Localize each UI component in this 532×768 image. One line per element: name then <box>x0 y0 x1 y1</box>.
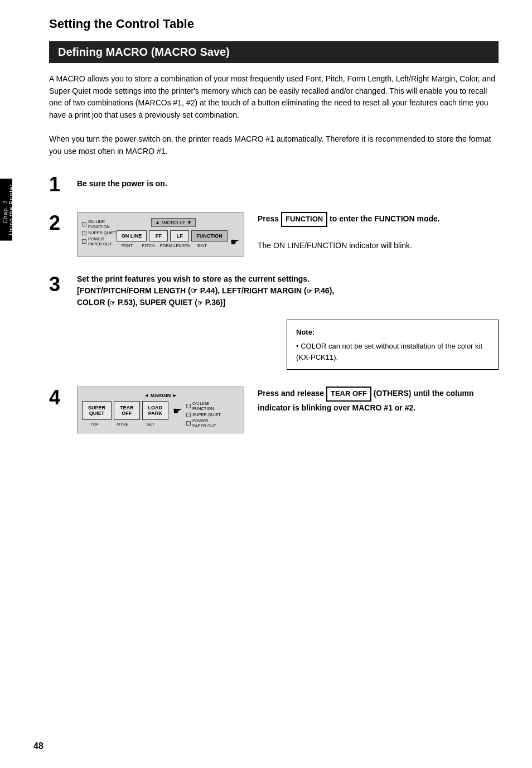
step-4-desc-text: Press and release TEAR OFF (OTHERS) unti… <box>258 387 499 414</box>
step-3-line2-prefix: [FONT/PITCH/FORM LENGTH ( <box>77 286 191 295</box>
step-2-cols: ON LINEFUNCTION SUPER QUIET POWERPAPER O… <box>77 212 499 257</box>
panel4-btn-loadpark[interactable]: LOADPARK <box>142 401 169 420</box>
step-3-ref1: ☞ P.44), <box>191 286 220 295</box>
step-2-number: 2 <box>49 213 77 233</box>
panel4-indicator-superquiet: SUPER QUIET <box>186 412 221 417</box>
panel2-label-font: FONT <box>118 243 137 248</box>
panel4-indicator-power: POWERPAPER OUT <box>186 418 221 428</box>
indicator-online-label: ON LINEFUNCTION <box>88 219 110 229</box>
step-3-line1: Set the print features you wish to store… <box>77 274 309 283</box>
indicator-box-online <box>82 222 86 226</box>
ref-icon-3: ☞ <box>110 300 115 306</box>
panel4-indicators: ON LINEFUNCTION SUPER QUIET POWERPAPER O… <box>186 401 221 428</box>
panel4-indicator-box-online <box>186 404 191 408</box>
step-4-content: ◄ MARGIN ► SUPERQUIET TEAROFF LOADPARK T… <box>77 387 499 433</box>
step-1-content: Be sure the power is on. <box>77 173 499 195</box>
panel4-btn-tearoff[interactable]: TEAROFF <box>114 401 140 420</box>
intro-paragraph-1: A MACRO allows you to store a combinatio… <box>49 73 499 122</box>
panel4-main: SUPERQUIET TEAROFF LOADPARK TOF OTHE SET <box>82 401 239 428</box>
panel2-buttons-row: ON LINE FF LF FUNCTION <box>117 230 230 241</box>
hand-cursor-4: ☛ <box>173 405 182 417</box>
panel2-indicators: ON LINEFUNCTION SUPER QUIET POWERPAPER O… <box>82 219 117 247</box>
ref-icon-2: ☞ <box>307 288 312 294</box>
panel4-label-set: SET <box>138 422 163 427</box>
panel2-btn-online[interactable]: ON LINE <box>117 230 147 241</box>
step-2: 2 ON LINEFUNCTION <box>49 212 499 257</box>
chap-label: Chap. 3 <box>2 189 8 235</box>
intro-text: A MACRO allows you to store a combinatio… <box>49 73 499 158</box>
step-2-desc-text: Press FUNCTION to enter the FUNCTION mod… <box>258 212 499 227</box>
step-3-text: Set the print features you wish to store… <box>77 273 499 308</box>
ref-icon-4: ☞ <box>197 300 203 306</box>
step-3-number: 3 <box>49 274 77 294</box>
step-2-panel: ON LINEFUNCTION SUPER QUIET POWERPAPER O… <box>77 212 244 257</box>
steps-container: 1 Be sure the power is on. 2 ON LINE <box>49 173 499 434</box>
step-1-text: Be sure the power is on. <box>77 178 499 190</box>
tear-off-button-label: TEAR OFF <box>326 387 371 402</box>
page-number: 48 <box>33 741 43 751</box>
hand-cursor-2: ☛ <box>230 236 239 248</box>
panel4-margin-label: ◄ MARGIN ► <box>82 393 239 398</box>
panel4-indicator-box-power <box>186 421 191 426</box>
step-3: 3 Set the print features you wish to sto… <box>49 273 499 370</box>
sidebar-label: Using the Printer <box>8 184 14 235</box>
step-4-description: Press and release TEAR OFF (OTHERS) unti… <box>258 387 499 414</box>
panel2-label-formlength: FORM LENGTH <box>160 243 191 248</box>
step-3-content: Set the print features you wish to store… <box>77 273 499 370</box>
panel4-label-tof: TOF <box>82 422 108 427</box>
panel2-label-exit: EXIT <box>192 243 211 248</box>
step-4-panel: ◄ MARGIN ► SUPERQUIET TEAROFF LOADPARK T… <box>77 387 244 433</box>
step-2-content: ON LINEFUNCTION SUPER QUIET POWERPAPER O… <box>77 212 499 257</box>
step-4-number: 4 <box>49 388 77 408</box>
intro-paragraph-2: When you turn the power switch on, the p… <box>49 133 499 157</box>
step-2-sub-text: The ON LINE/FUNCTION indicator will blin… <box>258 239 499 252</box>
panel2-label-pitch: PITCH <box>139 243 158 248</box>
note-item: COLOR can not be set without installatio… <box>296 341 489 363</box>
panel2-btn-function[interactable]: FUNCTION <box>191 230 228 241</box>
step-1-number: 1 <box>49 175 77 195</box>
panel4-indicator-power-label: POWERPAPER OUT <box>192 418 216 428</box>
panel2-label-row: FONT PITCH FORM LENGTH EXIT <box>117 243 230 248</box>
panel2-btn-ff[interactable]: FF <box>149 230 168 241</box>
panel4-indicator-box-superquiet <box>186 413 191 417</box>
panel4-left: SUPERQUIET TEAROFF LOADPARK TOF OTHE SET <box>82 401 168 428</box>
panel4-label-othe: OTHE <box>110 422 136 427</box>
panel4-btn-superquiet[interactable]: SUPERQUIET <box>82 401 112 420</box>
indicator-box-power <box>82 239 86 244</box>
panel4-buttons: SUPERQUIET TEAROFF LOADPARK <box>82 401 168 420</box>
panel4-indicator-superquiet-label: SUPER QUIET <box>192 412 221 417</box>
indicator-online: ON LINEFUNCTION <box>82 219 117 229</box>
indicator-superquiet-label: SUPER QUIET <box>88 230 117 235</box>
panel2-display: ▲ MICRO LF ▼ <box>151 218 196 227</box>
indicator-power: POWERPAPER OUT <box>82 236 117 247</box>
note-title: Note: <box>296 327 489 338</box>
step-1: 1 Be sure the power is on. <box>49 173 499 195</box>
step-4: 4 ◄ MARGIN ► SUPERQUIET TEAROFF LOADPARK <box>49 387 499 433</box>
indicator-superquiet: SUPER QUIET <box>82 230 117 235</box>
panel2-top-row: ON LINEFUNCTION SUPER QUIET POWERPAPER O… <box>82 218 239 248</box>
step-3-note-box: Note: COLOR can not be set without insta… <box>287 320 499 370</box>
panel2-btn-lf[interactable]: LF <box>170 230 189 241</box>
indicator-box-superquiet <box>82 231 86 235</box>
step-2-description: Press FUNCTION to enter the FUNCTION mod… <box>258 212 499 252</box>
section-header: Defining MACRO (MACRO Save) <box>49 41 499 63</box>
chapter-sidebar: Chap. 3 Using the Printer <box>0 178 12 240</box>
indicator-power-label: POWERPAPER OUT <box>88 236 112 247</box>
step-3-note-wrapper: Note: COLOR can not be set without insta… <box>77 314 499 370</box>
panel2-display-area: ▲ MICRO LF ▼ ON LINE FF LF FUNCTION FONT <box>117 218 230 248</box>
panel4-indicator-online: ON LINEFUNCTION <box>186 401 221 411</box>
panel4-labels: TOF OTHE SET <box>82 422 168 427</box>
panel4-indicator-online-label: ON LINEFUNCTION <box>192 401 214 411</box>
step-4-cols: ◄ MARGIN ► SUPERQUIET TEAROFF LOADPARK T… <box>77 387 499 433</box>
function-button-label: FUNCTION <box>281 212 327 227</box>
step-3-line3: LEFT/RIGHT MARGIN (☞ P.46), <box>222 286 334 295</box>
page-title: Setting the Control Table <box>49 17 499 31</box>
